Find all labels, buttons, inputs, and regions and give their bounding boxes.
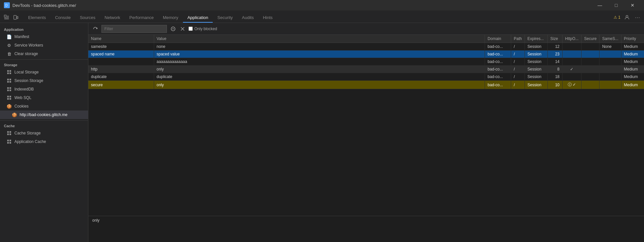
cell-secure (581, 50, 599, 58)
table-row[interactable]: httponlybad-co.../Session8✓Medium (88, 66, 644, 73)
svg-rect-19 (9, 87, 11, 89)
cell-expires: Session (525, 73, 547, 81)
only-blocked-label[interactable]: Only blocked (188, 27, 217, 31)
sidebar-item-cookie-url[interactable]: 🍪 http://bad-cookies.glitch.me (0, 111, 88, 119)
user-icon[interactable] (623, 13, 631, 21)
sidebar-item-manifest-label: Manifest (14, 34, 29, 39)
col-header-priority[interactable]: Priority (621, 35, 644, 43)
col-header-value[interactable]: Value (154, 35, 485, 43)
only-blocked-checkbox[interactable] (188, 27, 193, 31)
tab-console[interactable]: Console (50, 13, 75, 23)
tab-network[interactable]: Network (100, 13, 125, 23)
svg-rect-16 (7, 81, 9, 83)
tab-security[interactable]: Security (213, 13, 237, 23)
storage-section-header: Storage (0, 61, 88, 68)
cell-expires: Session (525, 50, 547, 58)
tab-hints[interactable]: Hints (258, 13, 277, 23)
table-row[interactable]: aaaaaaaaaaaaaabad-co.../Session14Medium (88, 58, 644, 66)
table-row[interactable]: duplicateduplicatebad-co.../Session18Med… (88, 73, 644, 81)
svg-rect-17 (9, 81, 11, 83)
cell-samesite (599, 58, 621, 66)
cell-priority: Medium (621, 58, 644, 66)
col-header-size[interactable]: Size (547, 35, 562, 43)
tab-memory[interactable]: Memory (158, 13, 183, 23)
svg-rect-8 (17, 16, 18, 19)
svg-rect-20 (7, 90, 9, 91)
cell-size: 14 (547, 58, 562, 66)
preview-value: only (92, 218, 99, 223)
sidebar-item-local-storage[interactable]: Local Storage (0, 68, 88, 76)
cell-secure (581, 81, 599, 89)
sidebar-item-web-sql[interactable]: Web SQL (0, 93, 88, 102)
cookie-url-icon: 🍪 (12, 112, 17, 117)
more-options-button[interactable]: ⋯ (634, 14, 641, 21)
clear-cookies-button[interactable] (170, 26, 177, 32)
cell-path: / (511, 73, 525, 81)
cell-samesite (599, 50, 621, 58)
device-icon[interactable] (12, 13, 20, 21)
cell-path: / (511, 43, 525, 50)
tab-audits[interactable]: Audits (237, 13, 258, 23)
sidebar-item-cache-storage-label: Cache Storage (14, 131, 41, 135)
cell-path: / (511, 66, 525, 73)
cell-httpOnly: ⓘ ✓ (562, 81, 581, 89)
col-header-path[interactable]: Path (511, 35, 525, 43)
table-row[interactable]: secureonlybad-co.../Session10ⓘ ✓Medium (88, 81, 644, 89)
tab-application[interactable]: Application (183, 13, 213, 23)
cell-priority: Medium (621, 73, 644, 81)
delete-button[interactable] (179, 26, 186, 31)
col-header-samesite[interactable]: SameS... (599, 35, 621, 43)
local-storage-icon (7, 70, 12, 75)
tab-icons (3, 13, 20, 23)
svg-rect-10 (7, 70, 9, 72)
svg-rect-28 (7, 133, 9, 135)
svg-rect-25 (9, 98, 11, 100)
sidebar-item-manifest[interactable]: 📄 Manifest (0, 32, 88, 41)
tab-elements[interactable]: Elements (24, 13, 50, 23)
refresh-button[interactable] (92, 26, 99, 32)
col-header-expires[interactable]: Expires... (525, 35, 547, 43)
table-row[interactable]: samesitenonebad-co.../Session12NoneMediu… (88, 43, 644, 50)
sidebar-item-session-storage-label: Session Storage (14, 78, 43, 83)
warning-triangle-icon: ⚠ (614, 15, 617, 20)
cell-httpOnly: ✓ (562, 66, 581, 73)
sidebar-item-service-workers[interactable]: ⚙ Service Workers (0, 41, 88, 50)
minimize-button[interactable]: — (592, 0, 607, 10)
sidebar-item-indexeddb[interactable]: IndexedDB (0, 85, 88, 93)
cell-size: 8 (547, 66, 562, 73)
table-row[interactable]: spaced namespaced valuebad-co.../Session… (88, 50, 644, 58)
cell-priority: Medium (621, 50, 644, 58)
cell-size: 18 (547, 73, 562, 81)
col-header-domain[interactable]: Domain (485, 35, 511, 43)
maximize-button[interactable]: □ (609, 0, 624, 10)
col-header-name[interactable]: Name (88, 35, 154, 43)
sidebar-item-service-workers-label: Service Workers (14, 43, 43, 48)
clear-storage-icon: 🗑 (7, 51, 12, 56)
window-controls: — □ ✕ (592, 0, 640, 10)
cookie-table-wrapper: Name Value Domain Path Expires... Size H… (88, 35, 644, 216)
tab-performance[interactable]: Performance (125, 13, 158, 23)
cookie-table-body: samesitenonebad-co.../Session12NoneMediu… (88, 43, 644, 89)
tab-sources[interactable]: Sources (75, 13, 100, 23)
cell-value: spaced value (154, 50, 485, 58)
cell-domain: bad-co... (485, 58, 511, 66)
sidebar-item-cache-storage[interactable]: Cache Storage (0, 129, 88, 137)
cell-expires: Session (525, 81, 547, 89)
col-header-http[interactable]: HttpO... (562, 35, 581, 43)
tabs-bar: Elements Console Sources Network Perform… (0, 10, 644, 23)
sidebar-item-app-cache[interactable]: Application Cache (0, 137, 88, 146)
cell-secure (581, 58, 599, 66)
warning-badge[interactable]: ⚠ 1 (614, 15, 620, 20)
inspect-icon[interactable] (3, 13, 10, 21)
sidebar-item-session-storage[interactable]: Session Storage (0, 76, 88, 85)
cookies-icon: 🍪 (7, 104, 12, 109)
sidebar-item-clear-storage[interactable]: 🗑 Clear storage (0, 50, 88, 58)
sidebar-item-cookies[interactable]: 🍪 Cookies (0, 102, 88, 111)
cache-storage-icon (7, 131, 12, 136)
filter-input[interactable] (101, 25, 167, 33)
svg-rect-31 (9, 140, 11, 141)
col-header-secure[interactable]: Secure (581, 35, 599, 43)
cell-samesite (599, 81, 621, 89)
close-button[interactable]: ✕ (625, 0, 640, 10)
cell-domain: bad-co... (485, 73, 511, 81)
